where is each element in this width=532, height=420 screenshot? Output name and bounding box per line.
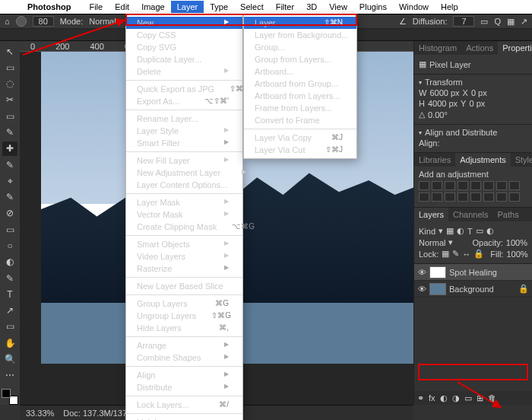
tool-hand[interactable]: ✋ [2,336,17,350]
tab-layers[interactable]: Layers [414,208,448,221]
menu-item[interactable]: Copy SVG [126,41,242,53]
home-icon[interactable]: ⌂ [5,17,10,26]
menu-item[interactable]: Layer from Background... [244,29,356,41]
fill-value[interactable]: 100% [506,250,527,259]
menu-item[interactable]: Vector Mask [126,208,242,221]
apple-icon[interactable] [5,5,17,8]
tool-move[interactable]: ↖ [2,44,17,59]
menu-item[interactable]: Layer...⇧⌘N [244,17,356,29]
menu-item[interactable]: Create Clipping Mask⌥⌘G [126,221,242,233]
diffusion-value[interactable]: 7 [453,16,474,27]
tab-properties[interactable]: Properties [498,41,532,55]
transform-title[interactable]: Transform [425,78,463,87]
tab-paths[interactable]: Paths [493,208,524,221]
menu-item[interactable]: Quick Export as JPG⇧⌘' [126,83,242,95]
menu-item: Smart Filter [126,137,242,149]
menu-item[interactable]: Group Layers⌘G [126,298,242,310]
tool-blur[interactable]: ○ [2,238,17,253]
menu-item[interactable]: Group... [244,41,356,53]
menu-edit[interactable]: Edit [109,1,135,13]
tool-pen[interactable]: ✎ [2,271,17,285]
tool-dodge[interactable]: ◐ [2,255,17,269]
tool-healing[interactable]: ✚ [2,142,17,156]
menu-help[interactable]: Help [435,1,464,13]
fx-icon[interactable]: fx [429,393,435,402]
menu-item[interactable]: Hide Layers⌘, [126,322,242,334]
mask-icon[interactable]: ◐ [440,393,448,403]
menu-item[interactable]: Delete [126,65,242,78]
menu-item[interactable]: New Fill Layer [126,154,242,167]
tool-type[interactable]: T [2,287,17,301]
tool-gradient[interactable]: ▭ [2,222,17,237]
tool-zoom[interactable]: 🔍 [2,352,17,366]
layer-thumb[interactable] [429,266,446,278]
layer-spot-healing[interactable]: 👁 Spot Healing [414,264,532,281]
menu-item[interactable]: Layer Via Copy⌘J [244,132,356,144]
menu-item[interactable]: New [126,17,242,29]
menu-3d[interactable]: 3D [300,1,323,13]
svg-line-1 [458,382,502,408]
menu-item[interactable]: New Layer Based Slice [126,280,242,292]
tool-crop[interactable]: ✂ [2,93,17,107]
align-title[interactable]: Align and Distribute [425,128,497,137]
menu-type[interactable]: Type [204,1,234,13]
tab-histogram[interactable]: Histogram [414,41,461,55]
menu-layer[interactable]: Layer [171,1,204,13]
menu-item[interactable]: Export As...⌥⇧⌘' [126,95,242,107]
fg-bg-swatch[interactable] [2,389,18,405]
menu-image[interactable]: Image [135,1,171,13]
link-icon[interactable]: ⚭ [417,393,424,403]
menu-view[interactable]: View [323,1,353,13]
menu-item[interactable]: Artboard... [244,65,356,78]
tab-channels[interactable]: Channels [448,208,492,221]
tool-path[interactable]: ↗ [2,304,17,318]
menu-file[interactable]: File [83,1,109,13]
tool-clone[interactable]: ⌖ [2,173,17,188]
menu-filter[interactable]: Filter [270,1,300,13]
angle-icon[interactable]: ∠ [399,17,407,27]
menu-item[interactable]: Smart Objects [126,238,242,250]
tab-libraries[interactable]: Libraries [414,153,455,167]
menu-window[interactable]: Window [393,1,435,13]
tool-history-brush[interactable]: ✎ [2,190,17,205]
menu-item[interactable]: Frame from Layers... [244,102,356,114]
tab-actions[interactable]: Actions [461,41,498,55]
menu-plugins[interactable]: Plugins [353,1,393,13]
panel-toggle-icon[interactable]: ▭ [480,17,488,27]
tab-styles[interactable]: Styles [511,153,532,167]
menu-item[interactable]: Lock Layers...⌘/ [126,399,242,411]
layer-thumb[interactable] [429,283,446,295]
visibility-icon[interactable]: 👁 [417,268,426,277]
layer-name[interactable]: Background [449,285,494,294]
search-icon[interactable]: Q [494,17,501,26]
tool-eraser[interactable]: ⊘ [2,206,17,221]
menu-item[interactable]: Video Layers [126,250,242,262]
tool-eyedropper[interactable]: ✎ [2,125,17,139]
menu-item[interactable]: Group from Layers... [244,53,356,65]
menu-item[interactable]: New Adjustment Layer [126,167,242,179]
menu-item[interactable]: Layer Mask [126,196,242,208]
tab-adjustments[interactable]: Adjustments [455,153,511,167]
zoom-level[interactable]: 33.33% [26,409,54,418]
layer-background[interactable]: 👁 Background 🔒 [414,281,532,298]
share-icon[interactable]: ↗ [521,17,527,27]
visibility-icon[interactable]: 👁 [417,285,426,294]
tool-marquee[interactable]: ▭ [2,60,17,75]
lock-icon[interactable]: 🔒 [518,284,529,294]
menu-select[interactable]: Select [234,1,270,13]
workspace-icon[interactable]: ▦ [507,17,515,27]
blend-mode[interactable]: Normal [419,238,445,247]
tool-frame[interactable]: ▭ [2,109,17,123]
tool-brush[interactable]: ✎ [2,158,17,172]
tool-more[interactable]: ⋯ [2,368,17,383]
tool-shape[interactable]: ▭ [2,320,17,334]
menu-item[interactable]: Rename Layer... [126,113,242,125]
tool-lasso[interactable]: ◌ [2,77,17,91]
menu-item[interactable]: Artboard from Layers... [244,90,356,102]
opacity-value[interactable]: 100% [506,238,527,247]
menu-item[interactable]: Duplicate Layer... [126,53,242,65]
app-name[interactable]: Photoshop [21,1,77,13]
menu-item[interactable]: Copy CSS [126,29,242,41]
menu-item[interactable]: Layer Style [126,125,242,137]
layer-name[interactable]: Spot Healing [449,268,497,277]
